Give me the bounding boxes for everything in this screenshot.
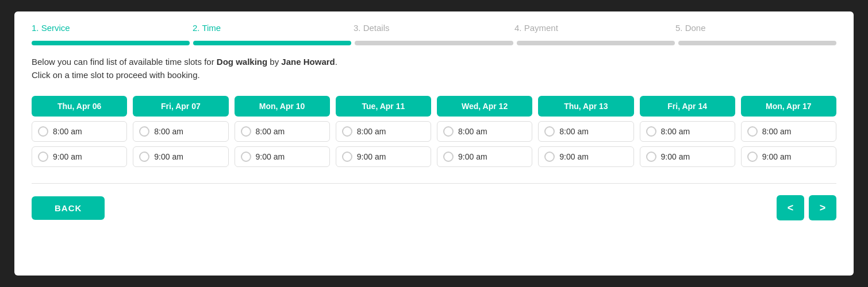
time-label-0-1: 9:00 am — [53, 152, 82, 161]
day-header-4[interactable]: Wed, Apr 12 — [437, 96, 532, 117]
radio-icon-0-0 — [38, 126, 48, 137]
time-slot-3-0[interactable]: 8:00 am — [336, 121, 431, 142]
time-slot-0-1[interactable]: 9:00 am — [32, 146, 127, 167]
day-column-2: Mon, Apr 108:00 am9:00 am — [235, 96, 330, 167]
divider — [32, 183, 836, 184]
day-column-3: Tue, Apr 118:00 am9:00 am — [336, 96, 431, 167]
time-label-0-0: 8:00 am — [53, 127, 82, 136]
step-label-2: 2. Time — [193, 23, 354, 36]
progress-bars — [32, 41, 836, 45]
description-by: by — [267, 57, 281, 67]
time-label-6-1: 9:00 am — [661, 152, 690, 161]
day-column-4: Wed, Apr 128:00 am9:00 am — [437, 96, 532, 167]
step-label-4: 4. Payment — [514, 23, 675, 36]
provider-name: Jane Howard — [281, 57, 335, 67]
step-label-5: 5. Done — [675, 23, 836, 36]
step-label-1: 1. Service — [32, 23, 193, 36]
progress-bar-5 — [678, 41, 836, 45]
time-slot-4-1[interactable]: 9:00 am — [437, 146, 532, 167]
time-label-7-1: 9:00 am — [762, 152, 792, 161]
service-name: Dog walking — [217, 57, 267, 67]
day-header-0[interactable]: Thu, Apr 06 — [32, 96, 127, 117]
next-button[interactable]: > — [809, 195, 836, 220]
time-slot-4-0[interactable]: 8:00 am — [437, 121, 532, 142]
time-slot-6-0[interactable]: 8:00 am — [640, 121, 735, 142]
back-button[interactable]: BACK — [32, 196, 105, 220]
radio-icon-7-1 — [747, 152, 758, 162]
calendar-grid: Thu, Apr 068:00 am9:00 amFri, Apr 078:00… — [32, 96, 836, 167]
radio-icon-5-0 — [544, 126, 555, 137]
sub-description: Click on a time slot to proceed with boo… — [32, 70, 836, 80]
time-label-1-1: 9:00 am — [154, 152, 183, 161]
progress-bar-3 — [355, 41, 513, 45]
radio-icon-5-1 — [544, 152, 555, 162]
day-column-6: Fri, Apr 148:00 am9:00 am — [640, 96, 735, 167]
time-slot-2-0[interactable]: 8:00 am — [235, 121, 330, 142]
time-label-4-0: 8:00 am — [458, 127, 487, 136]
time-slot-5-0[interactable]: 8:00 am — [538, 121, 633, 142]
radio-icon-1-0 — [139, 126, 149, 137]
radio-icon-2-0 — [241, 126, 251, 137]
time-label-3-0: 8:00 am — [357, 127, 386, 136]
day-header-5[interactable]: Thu, Apr 13 — [538, 96, 633, 117]
description-prefix: Below you can find list of available tim… — [32, 57, 217, 67]
time-slot-0-0[interactable]: 8:00 am — [32, 121, 127, 142]
radio-icon-6-1 — [646, 152, 656, 162]
radio-icon-1-1 — [139, 152, 149, 162]
prev-button[interactable]: < — [777, 195, 804, 220]
step-labels: 1. Service2. Time3. Details4. Payment5. … — [32, 23, 836, 36]
progress-bar-2 — [193, 41, 351, 45]
radio-icon-7-0 — [747, 126, 758, 137]
time-slot-7-0[interactable]: 8:00 am — [741, 121, 836, 142]
nav-buttons: < > — [777, 195, 836, 220]
radio-icon-4-0 — [443, 126, 454, 137]
radio-icon-6-0 — [646, 126, 656, 137]
time-slot-5-1[interactable]: 9:00 am — [538, 146, 633, 167]
radio-icon-3-1 — [342, 152, 352, 162]
day-header-3[interactable]: Tue, Apr 11 — [336, 96, 431, 117]
time-label-5-1: 9:00 am — [559, 152, 589, 161]
time-label-3-1: 9:00 am — [357, 152, 386, 161]
day-column-0: Thu, Apr 068:00 am9:00 am — [32, 96, 127, 167]
time-slot-7-1[interactable]: 9:00 am — [741, 146, 836, 167]
time-slot-1-1[interactable]: 9:00 am — [133, 146, 228, 167]
time-slot-2-1[interactable]: 9:00 am — [235, 146, 330, 167]
radio-icon-4-1 — [443, 152, 454, 162]
time-label-2-0: 8:00 am — [256, 127, 285, 136]
time-slot-6-1[interactable]: 9:00 am — [640, 146, 735, 167]
day-column-5: Thu, Apr 138:00 am9:00 am — [538, 96, 633, 167]
day-header-7[interactable]: Mon, Apr 17 — [741, 96, 836, 117]
radio-icon-3-0 — [342, 126, 352, 137]
day-column-1: Fri, Apr 078:00 am9:00 am — [133, 96, 228, 167]
description: Below you can find list of available tim… — [32, 57, 836, 67]
radio-icon-0-1 — [38, 152, 48, 162]
description-suffix: . — [335, 57, 337, 67]
day-column-7: Mon, Apr 178:00 am9:00 am — [741, 96, 836, 167]
day-header-6[interactable]: Fri, Apr 14 — [640, 96, 735, 117]
booking-window: 1. Service2. Time3. Details4. Payment5. … — [14, 11, 854, 276]
step-label-3: 3. Details — [354, 23, 514, 36]
time-label-2-1: 9:00 am — [256, 152, 285, 161]
radio-icon-2-1 — [241, 152, 251, 162]
progress-bar-1 — [32, 41, 190, 45]
time-label-4-1: 9:00 am — [458, 152, 487, 161]
time-label-7-0: 8:00 am — [762, 127, 792, 136]
progress-bar-4 — [517, 41, 675, 45]
day-header-1[interactable]: Fri, Apr 07 — [133, 96, 228, 117]
footer: BACK < > — [32, 195, 836, 220]
time-slot-1-0[interactable]: 8:00 am — [133, 121, 228, 142]
time-slot-3-1[interactable]: 9:00 am — [336, 146, 431, 167]
time-label-5-0: 8:00 am — [559, 127, 589, 136]
day-header-2[interactable]: Mon, Apr 10 — [235, 96, 330, 117]
time-label-6-0: 8:00 am — [661, 127, 690, 136]
time-label-1-0: 8:00 am — [154, 127, 183, 136]
